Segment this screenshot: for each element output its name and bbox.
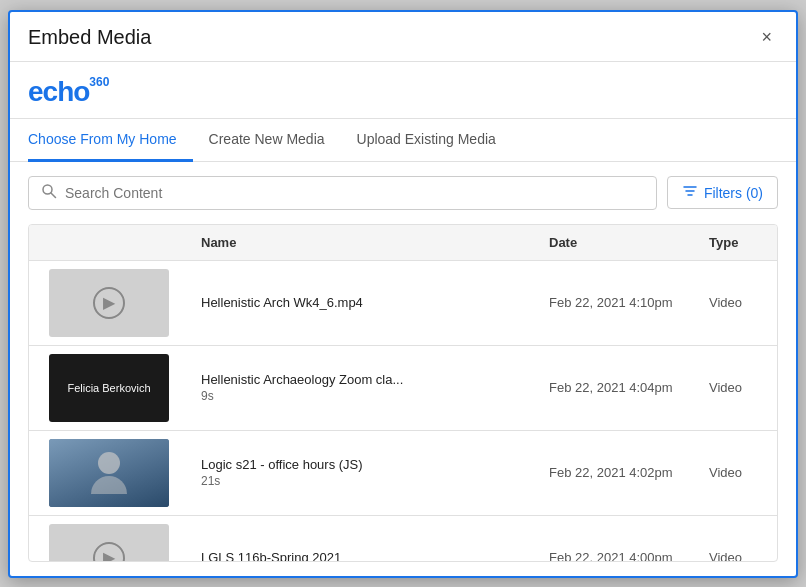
- tab-create-new-media[interactable]: Create New Media: [193, 119, 341, 162]
- play-icon: ▶: [93, 542, 125, 561]
- media-name: LGLS 116b-Spring 2021: [201, 550, 525, 561]
- media-table: Name Date Type ▶ Hellenistic Arch Wk4_6.…: [28, 224, 778, 562]
- echo-360: 360: [89, 75, 109, 89]
- type-cell: Video: [697, 457, 777, 488]
- close-button[interactable]: ×: [755, 26, 778, 48]
- search-bar: Filters (0): [10, 162, 796, 224]
- col-name: Name: [189, 235, 537, 250]
- filter-icon: [682, 183, 698, 202]
- date-cell: Feb 22, 2021 4:04pm: [537, 372, 697, 403]
- media-duration: 21s: [201, 474, 525, 488]
- media-duration: 9s: [201, 389, 525, 403]
- table-row[interactable]: ▶ Hellenistic Arch Wk4_6.mp4 Feb 22, 202…: [29, 261, 777, 346]
- modal-header: Embed Media ×: [10, 12, 796, 62]
- table-body: ▶ Hellenistic Arch Wk4_6.mp4 Feb 22, 202…: [29, 261, 777, 561]
- media-name: Logic s21 - office hours (JS): [201, 457, 525, 472]
- media-name: Hellenistic Archaeology Zoom cla...: [201, 372, 525, 387]
- echo-logo: echo360: [28, 76, 778, 108]
- thumb-label: Felicia Berkovich: [63, 378, 154, 398]
- type-cell: Video: [697, 287, 777, 318]
- thumbnail: [49, 439, 169, 507]
- filter-label: Filters (0): [704, 185, 763, 201]
- search-icon: [41, 183, 57, 203]
- date-cell: Feb 22, 2021 4:10pm: [537, 287, 697, 318]
- thumbnail-cell: ▶: [29, 516, 189, 561]
- type-cell: Video: [697, 542, 777, 561]
- embed-media-modal: Embed Media × echo360 Choose From My Hom…: [8, 10, 798, 578]
- search-input[interactable]: [65, 185, 644, 201]
- type-cell: Video: [697, 372, 777, 403]
- play-icon: ▶: [93, 287, 125, 319]
- search-wrapper: [28, 176, 657, 210]
- modal-title: Embed Media: [28, 26, 151, 49]
- logo-section: echo360: [10, 62, 796, 119]
- tab-upload-existing-media[interactable]: Upload Existing Media: [341, 119, 512, 162]
- name-cell: LGLS 116b-Spring 2021: [189, 542, 537, 561]
- tab-choose-from-home[interactable]: Choose From My Home: [28, 119, 193, 162]
- date-cell: Feb 22, 2021 4:02pm: [537, 457, 697, 488]
- thumbnail-cell: [29, 431, 189, 515]
- thumbnail: Felicia Berkovich: [49, 354, 169, 422]
- tab-bar: Choose From My Home Create New Media Upl…: [10, 119, 796, 162]
- col-type: Type: [697, 235, 777, 250]
- table-header: Name Date Type: [29, 225, 777, 261]
- thumbnail: ▶: [49, 269, 169, 337]
- table-row[interactable]: Logic s21 - office hours (JS) 21s Feb 22…: [29, 431, 777, 516]
- thumbnail-cell: ▶: [29, 261, 189, 345]
- echo-text: echo: [28, 76, 89, 108]
- name-cell: Logic s21 - office hours (JS) 21s: [189, 449, 537, 496]
- table-row[interactable]: ▶ LGLS 116b-Spring 2021 Feb 22, 2021 4:0…: [29, 516, 777, 561]
- name-cell: Hellenistic Arch Wk4_6.mp4: [189, 287, 537, 318]
- person-thumbnail: [49, 439, 169, 507]
- thumbnail-cell: Felicia Berkovich: [29, 346, 189, 430]
- media-name: Hellenistic Arch Wk4_6.mp4: [201, 295, 525, 310]
- col-date: Date: [537, 235, 697, 250]
- thumbnail: ▶: [49, 524, 169, 561]
- table-row[interactable]: Felicia Berkovich Hellenistic Archaeolog…: [29, 346, 777, 431]
- name-cell: Hellenistic Archaeology Zoom cla... 9s: [189, 364, 537, 411]
- svg-line-1: [51, 193, 56, 198]
- filter-button[interactable]: Filters (0): [667, 176, 778, 209]
- date-cell: Feb 22, 2021 4:00pm: [537, 542, 697, 561]
- col-thumb: [29, 235, 189, 250]
